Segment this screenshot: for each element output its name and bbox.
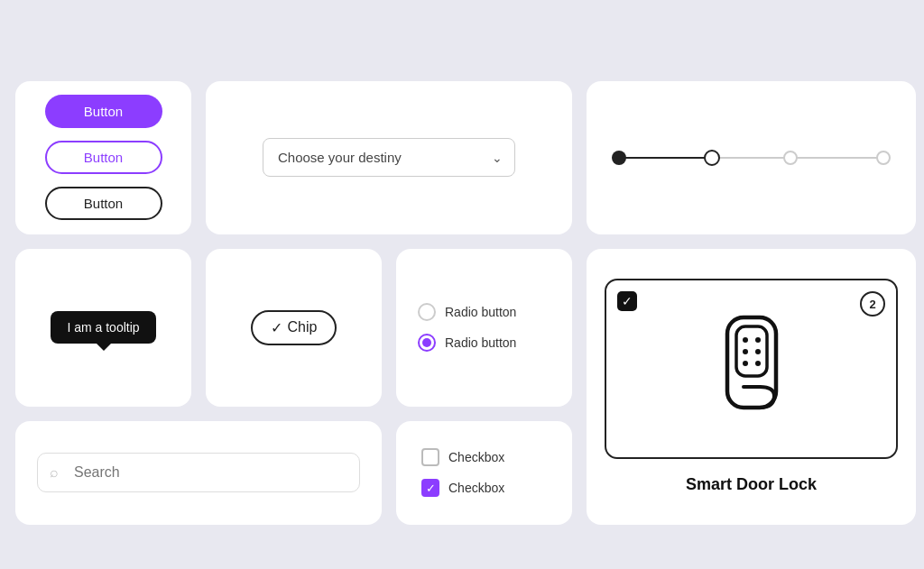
product-card: ✓ 2 Smart Door Lock — [587, 249, 916, 525]
slider-dot-0[interactable] — [612, 151, 626, 165]
checkbox-label-1: Checkbox — [448, 450, 504, 464]
product-checkbox[interactable]: ✓ — [617, 291, 637, 311]
radio-button-unchecked[interactable] — [418, 303, 436, 321]
radio-item-1[interactable]: Radio button — [418, 303, 516, 321]
svg-point-6 — [743, 361, 748, 366]
search-icon: ⌕ — [50, 464, 59, 481]
radio-button-checked[interactable] — [418, 334, 436, 352]
buttons-card: Button Button Button — [15, 81, 191, 234]
product-title: Smart Door Lock — [686, 475, 817, 494]
chip-label: Chip — [288, 319, 318, 335]
checkbox-checked[interactable]: ✓ — [421, 479, 439, 497]
door-lock-icon — [711, 310, 792, 427]
svg-rect-0 — [727, 317, 776, 408]
filled-button[interactable]: Button — [45, 95, 162, 128]
product-badge: 2 — [860, 291, 885, 317]
radio-label-1: Radio button — [445, 305, 516, 319]
tooltip: I am a tooltip — [51, 311, 155, 344]
slider-dot-1[interactable] — [704, 150, 720, 166]
dropdown-select[interactable]: Choose your destiny Option 1 Option 2 Op… — [263, 138, 515, 177]
tooltip-card: I am a tooltip — [15, 249, 191, 407]
checkbox-card: Checkbox ✓ Checkbox — [396, 421, 572, 525]
radio-label-2: Radio button — [445, 335, 516, 350]
product-image-area: ✓ 2 — [605, 279, 898, 459]
slider-track[interactable] — [619, 147, 883, 169]
search-input[interactable] — [37, 453, 360, 492]
checkbox-label-2: Checkbox — [448, 481, 504, 495]
svg-point-2 — [743, 337, 748, 343]
radio-item-2[interactable]: Radio button — [418, 334, 516, 352]
svg-point-3 — [755, 337, 761, 343]
slider-active-line — [619, 157, 712, 159]
dropdown-wrapper: Choose your destiny Option 1 Option 2 Op… — [263, 138, 515, 177]
svg-point-7 — [755, 361, 761, 366]
outlined-dark-button[interactable]: Button — [45, 187, 162, 220]
chip-card: ✓ Chip — [206, 249, 382, 407]
slider-dot-2[interactable] — [783, 151, 798, 165]
dropdown-card: Choose your destiny Option 1 Option 2 Op… — [206, 81, 572, 234]
svg-point-4 — [743, 349, 748, 354]
slider-card — [587, 81, 916, 234]
svg-point-5 — [755, 349, 761, 354]
checkbox-item-2[interactable]: ✓ Checkbox — [421, 479, 504, 497]
search-card: ⌕ — [15, 421, 382, 525]
checkbox-unchecked[interactable] — [421, 448, 439, 466]
slider-dot-3[interactable] — [876, 151, 891, 165]
checkbox-item-1[interactable]: Checkbox — [421, 448, 504, 466]
radio-dot — [422, 338, 431, 347]
radio-card: Radio button Radio button — [396, 249, 572, 407]
svg-rect-1 — [736, 326, 767, 376]
search-wrapper: ⌕ — [37, 453, 360, 492]
outlined-purple-button[interactable]: Button — [45, 141, 162, 174]
check-icon: ✓ — [271, 319, 282, 336]
chip[interactable]: ✓ Chip — [251, 310, 337, 345]
